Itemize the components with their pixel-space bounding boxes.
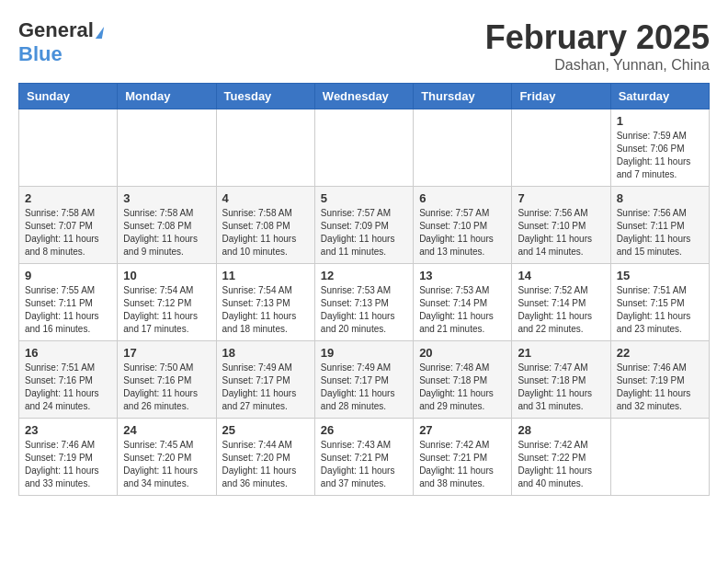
calendar-cell: 24Sunrise: 7:45 AMSunset: 7:20 PMDayligh… xyxy=(118,419,216,496)
day-number: 19 xyxy=(321,346,407,360)
calendar-cell: 15Sunrise: 7:51 AMSunset: 7:15 PMDayligh… xyxy=(610,264,709,341)
weekday-header-thursday: Thursday xyxy=(414,84,512,109)
day-number: 2 xyxy=(25,191,111,205)
calendar-cell: 10Sunrise: 7:54 AMSunset: 7:12 PMDayligh… xyxy=(118,264,216,341)
day-number: 10 xyxy=(123,269,210,282)
cell-info: Sunrise: 7:48 AMSunset: 7:18 PMDaylight:… xyxy=(419,362,506,413)
calendar-cell: 21Sunrise: 7:47 AMSunset: 7:18 PMDayligh… xyxy=(512,341,610,419)
cell-info: Sunrise: 7:46 AMSunset: 7:19 PMDaylight:… xyxy=(617,362,703,413)
logo-blue-text: Blue xyxy=(18,42,63,65)
day-number: 25 xyxy=(222,423,309,437)
cell-info: Sunrise: 7:58 AMSunset: 7:07 PMDaylight:… xyxy=(25,207,111,259)
cell-info: Sunrise: 7:44 AMSunset: 7:20 PMDaylight:… xyxy=(222,439,309,490)
calendar-cell: 23Sunrise: 7:46 AMSunset: 7:19 PMDayligh… xyxy=(19,419,118,496)
calendar-cell: 18Sunrise: 7:49 AMSunset: 7:17 PMDayligh… xyxy=(216,341,314,419)
calendar-table: SundayMondayTuesdayWednesdayThursdayFrid… xyxy=(18,83,710,496)
calendar-cell: 11Sunrise: 7:54 AMSunset: 7:13 PMDayligh… xyxy=(216,264,314,341)
page-header: General Blue February 2025 Dashan, Yunna… xyxy=(18,18,710,74)
calendar-week-row: 16Sunrise: 7:51 AMSunset: 7:16 PMDayligh… xyxy=(19,341,710,419)
day-number: 22 xyxy=(617,346,703,360)
cell-info: Sunrise: 7:50 AMSunset: 7:16 PMDaylight:… xyxy=(123,362,210,413)
day-number: 27 xyxy=(419,423,506,437)
day-number: 3 xyxy=(123,191,210,205)
day-number: 18 xyxy=(222,346,309,360)
weekday-header-sunday: Sunday xyxy=(19,84,118,109)
cell-info: Sunrise: 7:57 AMSunset: 7:10 PMDaylight:… xyxy=(419,207,506,259)
logo-general-text: General xyxy=(18,18,94,41)
calendar-cell: 27Sunrise: 7:42 AMSunset: 7:21 PMDayligh… xyxy=(414,419,512,496)
calendar-cell: 20Sunrise: 7:48 AMSunset: 7:18 PMDayligh… xyxy=(414,341,512,419)
cell-info: Sunrise: 7:42 AMSunset: 7:22 PMDaylight:… xyxy=(518,439,604,490)
cell-info: Sunrise: 7:52 AMSunset: 7:14 PMDaylight:… xyxy=(518,284,604,336)
cell-info: Sunrise: 7:51 AMSunset: 7:15 PMDaylight:… xyxy=(617,284,703,336)
calendar-cell: 2Sunrise: 7:58 AMSunset: 7:07 PMDaylight… xyxy=(19,187,118,264)
location: Dashan, Yunnan, China xyxy=(485,57,710,74)
cell-info: Sunrise: 7:47 AMSunset: 7:18 PMDaylight:… xyxy=(518,362,604,413)
calendar-cell: 6Sunrise: 7:57 AMSunset: 7:10 PMDaylight… xyxy=(414,187,512,264)
logo: General Blue xyxy=(18,18,103,66)
calendar-cell: 4Sunrise: 7:58 AMSunset: 7:08 PMDaylight… xyxy=(216,187,314,264)
calendar-cell: 12Sunrise: 7:53 AMSunset: 7:13 PMDayligh… xyxy=(314,264,413,341)
calendar-cell: 1Sunrise: 7:59 AMSunset: 7:06 PMDaylight… xyxy=(610,109,709,187)
calendar-cell xyxy=(216,109,314,187)
weekday-header-friday: Friday xyxy=(512,84,610,109)
calendar-cell: 3Sunrise: 7:58 AMSunset: 7:08 PMDaylight… xyxy=(118,187,216,264)
title-section: February 2025 Dashan, Yunnan, China xyxy=(485,18,710,74)
day-number: 16 xyxy=(25,346,111,360)
calendar-cell xyxy=(414,109,512,187)
logo-arrow-icon xyxy=(96,27,104,39)
calendar-cell: 28Sunrise: 7:42 AMSunset: 7:22 PMDayligh… xyxy=(512,419,610,496)
day-number: 12 xyxy=(321,269,407,282)
calendar-week-row: 23Sunrise: 7:46 AMSunset: 7:19 PMDayligh… xyxy=(19,419,710,496)
cell-info: Sunrise: 7:58 AMSunset: 7:08 PMDaylight:… xyxy=(123,207,210,259)
day-number: 6 xyxy=(419,191,506,205)
cell-info: Sunrise: 7:54 AMSunset: 7:12 PMDaylight:… xyxy=(123,284,210,336)
calendar-cell xyxy=(512,109,610,187)
cell-info: Sunrise: 7:57 AMSunset: 7:09 PMDaylight:… xyxy=(321,207,407,259)
calendar-cell: 16Sunrise: 7:51 AMSunset: 7:16 PMDayligh… xyxy=(19,341,118,419)
calendar-cell xyxy=(19,109,118,187)
cell-info: Sunrise: 7:42 AMSunset: 7:21 PMDaylight:… xyxy=(419,439,506,490)
calendar-cell: 13Sunrise: 7:53 AMSunset: 7:14 PMDayligh… xyxy=(414,264,512,341)
calendar-week-row: 9Sunrise: 7:55 AMSunset: 7:11 PMDaylight… xyxy=(19,264,710,341)
day-number: 8 xyxy=(617,191,703,205)
cell-info: Sunrise: 7:49 AMSunset: 7:17 PMDaylight:… xyxy=(222,362,309,413)
weekday-header-tuesday: Tuesday xyxy=(216,84,314,109)
calendar-cell: 19Sunrise: 7:49 AMSunset: 7:17 PMDayligh… xyxy=(314,341,413,419)
calendar-cell: 8Sunrise: 7:56 AMSunset: 7:11 PMDaylight… xyxy=(610,187,709,264)
cell-info: Sunrise: 7:56 AMSunset: 7:11 PMDaylight:… xyxy=(617,207,703,259)
calendar-week-row: 2Sunrise: 7:58 AMSunset: 7:07 PMDaylight… xyxy=(19,187,710,264)
day-number: 11 xyxy=(222,269,309,282)
calendar-cell: 26Sunrise: 7:43 AMSunset: 7:21 PMDayligh… xyxy=(314,419,413,496)
calendar-cell xyxy=(610,419,709,496)
day-number: 28 xyxy=(518,423,604,437)
cell-info: Sunrise: 7:45 AMSunset: 7:20 PMDaylight:… xyxy=(123,439,210,490)
day-number: 4 xyxy=(222,191,309,205)
day-number: 24 xyxy=(123,423,210,437)
weekday-header-monday: Monday xyxy=(118,84,216,109)
cell-info: Sunrise: 7:46 AMSunset: 7:19 PMDaylight:… xyxy=(25,439,111,490)
calendar-cell: 14Sunrise: 7:52 AMSunset: 7:14 PMDayligh… xyxy=(512,264,610,341)
calendar-cell: 17Sunrise: 7:50 AMSunset: 7:16 PMDayligh… xyxy=(118,341,216,419)
cell-info: Sunrise: 7:54 AMSunset: 7:13 PMDaylight:… xyxy=(222,284,309,336)
day-number: 20 xyxy=(419,346,506,360)
day-number: 26 xyxy=(321,423,407,437)
calendar-cell: 7Sunrise: 7:56 AMSunset: 7:10 PMDaylight… xyxy=(512,187,610,264)
weekday-header-wednesday: Wednesday xyxy=(314,84,413,109)
calendar-cell xyxy=(314,109,413,187)
cell-info: Sunrise: 7:43 AMSunset: 7:21 PMDaylight:… xyxy=(321,439,407,490)
calendar-cell: 9Sunrise: 7:55 AMSunset: 7:11 PMDaylight… xyxy=(19,264,118,341)
weekday-header-row: SundayMondayTuesdayWednesdayThursdayFrid… xyxy=(19,84,710,109)
cell-info: Sunrise: 7:56 AMSunset: 7:10 PMDaylight:… xyxy=(518,207,604,259)
calendar-cell: 25Sunrise: 7:44 AMSunset: 7:20 PMDayligh… xyxy=(216,419,314,496)
cell-info: Sunrise: 7:53 AMSunset: 7:13 PMDaylight:… xyxy=(321,284,407,336)
calendar-week-row: 1Sunrise: 7:59 AMSunset: 7:06 PMDaylight… xyxy=(19,109,710,187)
cell-info: Sunrise: 7:49 AMSunset: 7:17 PMDaylight:… xyxy=(321,362,407,413)
calendar-cell: 22Sunrise: 7:46 AMSunset: 7:19 PMDayligh… xyxy=(610,341,709,419)
day-number: 23 xyxy=(25,423,111,437)
weekday-header-saturday: Saturday xyxy=(610,84,709,109)
cell-info: Sunrise: 7:53 AMSunset: 7:14 PMDaylight:… xyxy=(419,284,506,336)
cell-info: Sunrise: 7:58 AMSunset: 7:08 PMDaylight:… xyxy=(222,207,309,259)
cell-info: Sunrise: 7:51 AMSunset: 7:16 PMDaylight:… xyxy=(25,362,111,413)
month-title: February 2025 xyxy=(485,18,710,57)
